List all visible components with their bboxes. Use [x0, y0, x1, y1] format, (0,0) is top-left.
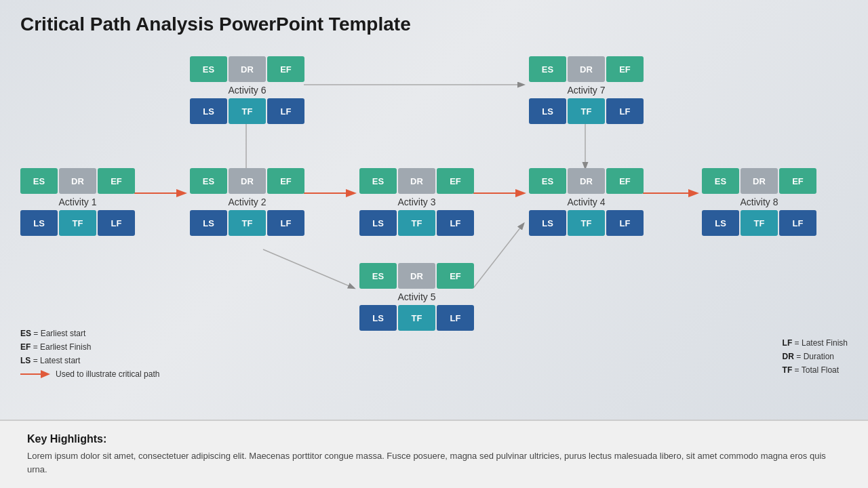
cell-ef-7: EF — [606, 56, 644, 82]
cell-es-3: ES — [359, 168, 397, 194]
cell-tf-4: TF — [568, 210, 605, 236]
cell-lf-5: LF — [437, 305, 474, 331]
activity-label-6: Activity 6 — [228, 85, 266, 96]
cell-ls-8: LS — [702, 210, 739, 236]
cell-es-8: ES — [702, 168, 739, 194]
cell-es-2: ES — [190, 168, 227, 194]
cell-tf-8: TF — [741, 210, 778, 236]
cell-lf-2: LF — [267, 210, 304, 236]
cell-es-4: ES — [529, 168, 566, 194]
cell-tf-3: TF — [398, 210, 435, 236]
activity-node-3: ES DR EF Activity 3 LS TF LF — [359, 168, 474, 236]
activity-node-8: ES DR EF Activity 8 LS TF LF — [702, 168, 816, 236]
legend-arrow-text: Used to illustrate critical path — [56, 369, 159, 379]
key-highlights-title: Key Highlights: — [27, 433, 841, 445]
cell-ls-3: LS — [359, 210, 397, 236]
cell-dr-6: DR — [229, 56, 266, 82]
cell-dr-4: DR — [568, 168, 605, 194]
legend-tf: TF = Total Float — [783, 365, 848, 375]
activity-node-7: ES DR EF Activity 7 LS TF LF — [529, 56, 644, 124]
activity-node-5: ES DR EF Activity 5 LS TF LF — [359, 263, 474, 331]
cell-es-6: ES — [190, 56, 227, 82]
activity-node-2: ES DR EF Activity 2 LS TF LF — [190, 168, 304, 236]
diagram-area: Critical Path Analysis PowerPoint Templa… — [0, 0, 868, 420]
cell-es-5: ES — [359, 263, 397, 289]
cell-ef-6: EF — [267, 56, 304, 82]
cell-ef-4: EF — [606, 168, 644, 194]
cell-dr-8: DR — [741, 168, 778, 194]
cell-dr-7: DR — [568, 56, 605, 82]
key-highlights-section: Key Highlights: Lorem ipsum dolor sit am… — [0, 420, 868, 488]
cell-lf-8: LF — [779, 210, 816, 236]
cell-tf-2: TF — [229, 210, 266, 236]
cell-ef-3: EF — [437, 168, 474, 194]
activity-label-5: Activity 5 — [397, 291, 435, 302]
legend-es: ES = Earliest start — [20, 329, 159, 338]
cell-ef-5: EF — [437, 263, 474, 289]
activity-label-7: Activity 7 — [567, 85, 605, 96]
svg-line-8 — [473, 224, 524, 288]
cell-lf-1: LF — [98, 210, 135, 236]
legend-right: LF = Latest Finish DR = Duration TF = To… — [783, 338, 848, 379]
cell-dr-5: DR — [398, 263, 435, 289]
cell-tf-6: TF — [229, 98, 266, 124]
cell-dr-1: DR — [59, 168, 96, 194]
cell-ls-2: LS — [190, 210, 227, 236]
activity-label-4: Activity 4 — [567, 197, 605, 207]
cell-tf-1: TF — [59, 210, 96, 236]
cell-ls-5: LS — [359, 305, 397, 331]
activity-node-6: ES DR EF Activity 6 LS TF LF — [190, 56, 304, 124]
cell-lf-7: LF — [606, 98, 644, 124]
svg-line-7 — [263, 249, 354, 288]
cell-ef-8: EF — [779, 168, 816, 194]
key-highlights-body: Lorem ipsum dolor sit amet, consectetuer… — [27, 449, 841, 476]
cell-dr-2: DR — [229, 168, 266, 194]
cell-es-1: ES — [20, 168, 58, 194]
red-arrow-svg — [20, 370, 52, 378]
cell-ls-6: LS — [190, 98, 227, 124]
activity-label-3: Activity 3 — [397, 197, 435, 207]
cell-tf-7: TF — [568, 98, 605, 124]
cell-lf-3: LF — [437, 210, 474, 236]
activity-label-8: Activity 8 — [740, 197, 778, 207]
cell-dr-3: DR — [398, 168, 435, 194]
cell-ef-2: EF — [267, 168, 304, 194]
legend-dr: DR = Duration — [783, 352, 848, 361]
cell-ls-7: LS — [529, 98, 566, 124]
activity-node-1: ES DR EF Activity 1 LS TF LF — [20, 168, 135, 236]
cell-ls-4: LS — [529, 210, 566, 236]
cell-lf-4: LF — [606, 210, 644, 236]
main-container: Critical Path Analysis PowerPoint Templa… — [0, 0, 868, 488]
legend-ef: EF = Earliest Finish — [20, 342, 159, 352]
legend-ls: LS = Latest start — [20, 356, 159, 365]
activity-label-2: Activity 2 — [228, 197, 266, 207]
cell-lf-6: LF — [267, 98, 304, 124]
cell-tf-5: TF — [398, 305, 435, 331]
cell-ls-1: LS — [20, 210, 58, 236]
cell-es-7: ES — [529, 56, 566, 82]
activity-label-1: Activity 1 — [58, 197, 96, 207]
activity-node-4: ES DR EF Activity 4 LS TF LF — [529, 168, 644, 236]
legend-lf: LF = Latest Finish — [783, 338, 848, 348]
page-title: Critical Path Analysis PowerPoint Templa… — [20, 14, 848, 35]
legend-left: ES = Earliest start EF = Earliest Finish… — [20, 329, 159, 379]
legend-arrow: Used to illustrate critical path — [20, 369, 159, 379]
cell-ef-1: EF — [98, 168, 135, 194]
